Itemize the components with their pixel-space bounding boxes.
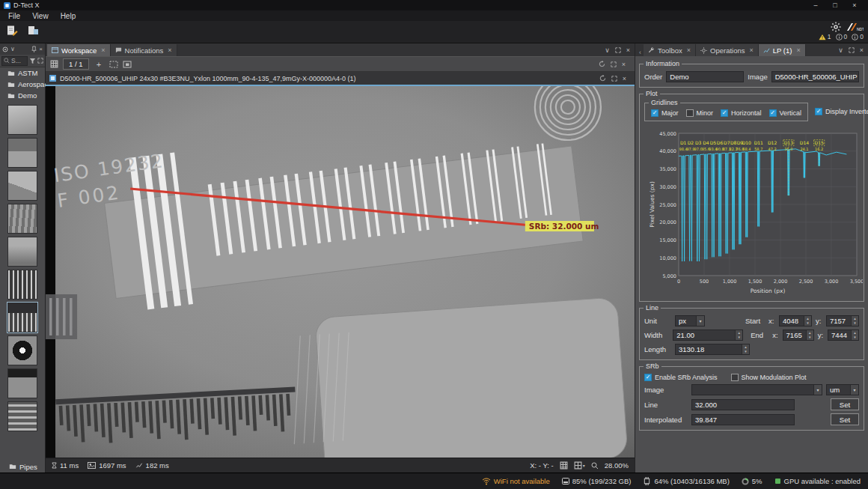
- radiograph-viewport[interactable]: ISO 19232 F 002: [46, 86, 635, 458]
- pin-icon[interactable]: [31, 46, 37, 52]
- thumbnail[interactable]: [7, 204, 37, 234]
- refresh-icon[interactable]: [599, 75, 606, 82]
- panel-close-icon[interactable]: ×: [39, 46, 43, 52]
- add-view-button[interactable]: +: [94, 58, 105, 70]
- image-field[interactable]: D5000-HR_500006_UHIP 24x30 #B3E3NU_Yxlon…: [771, 71, 859, 82]
- disk-status: 85% (199/232 GB): [562, 477, 632, 485]
- folder-label: Demo: [18, 91, 37, 100]
- layout-grid-icon[interactable]: [50, 60, 58, 68]
- tab-close-icon[interactable]: ×: [623, 75, 626, 82]
- srb-interpolated-set-button[interactable]: Set: [831, 413, 859, 425]
- srb-image-dropdown[interactable]: ▾: [691, 384, 822, 395]
- thumbnail[interactable]: [7, 401, 37, 431]
- thumbnail[interactable]: [7, 368, 37, 398]
- svg-text:D13: D13: [784, 140, 793, 145]
- panel-close-icon[interactable]: ×: [622, 61, 626, 68]
- start-y-input[interactable]: 7157: [826, 315, 859, 326]
- minimize-button[interactable]: –: [806, 0, 825, 10]
- grid-overlay-icon[interactable]: [560, 461, 568, 470]
- checkbox-enable-srb[interactable]: Enable SRb Analysis: [644, 374, 718, 381]
- svg-text:2,500: 2,500: [799, 279, 813, 285]
- warning-indicator[interactable]: 1: [819, 33, 831, 40]
- svg-text:500: 500: [700, 279, 709, 285]
- checkbox-show-modulation[interactable]: Show Modulation Plot: [731, 374, 807, 381]
- selection-rect-icon[interactable]: [109, 61, 118, 68]
- maximize-panel-icon[interactable]: [849, 47, 855, 53]
- start-x-label: x:: [768, 317, 775, 325]
- search-input[interactable]: S...: [1, 56, 28, 66]
- checkbox-horizontal[interactable]: Horizontal: [721, 109, 762, 117]
- svg-text:1,000: 1,000: [723, 279, 737, 285]
- checkbox-major[interactable]: Major: [651, 109, 679, 117]
- tab-notifications[interactable]: Notifications ×: [111, 44, 177, 56]
- panel-close-icon[interactable]: ×: [626, 46, 630, 54]
- expand-icon[interactable]: [37, 58, 43, 64]
- tab-close-icon[interactable]: ×: [168, 46, 171, 54]
- thumbnail[interactable]: [7, 171, 37, 201]
- tab-close-icon[interactable]: ×: [796, 46, 800, 54]
- sidebar-folder[interactable]: Aerospace: [0, 79, 45, 90]
- checkbox-minor[interactable]: Minor: [686, 109, 714, 117]
- chevron-down-icon[interactable]: ∨: [10, 46, 15, 52]
- panel-close-icon[interactable]: ×: [860, 46, 864, 54]
- edit-report-icon[interactable]: [6, 25, 18, 37]
- thumbnail[interactable]: [7, 303, 37, 332]
- zoom-level[interactable]: 28.00%: [605, 461, 629, 470]
- sidebar-folder[interactable]: ASTM: [0, 67, 45, 79]
- maximize-panel-icon[interactable]: [611, 61, 617, 67]
- thumbnail[interactable]: [7, 105, 37, 135]
- thumbnail[interactable]: [7, 237, 37, 267]
- tab-toolbox[interactable]: Toolbox ×: [644, 44, 696, 56]
- scroll-left-icon[interactable]: ‹: [637, 49, 644, 56]
- start-x-input[interactable]: 4048: [779, 315, 812, 326]
- group-title: Plot: [644, 90, 660, 97]
- sidebar-folder[interactable]: Demo: [0, 90, 45, 101]
- tab-operations[interactable]: Operations ×: [696, 44, 759, 56]
- unit-dropdown[interactable]: px▾: [675, 315, 705, 326]
- settings-gear-icon[interactable]: [831, 22, 841, 32]
- checkbox-display-inverted[interactable]: Display Inverted Values: [815, 101, 868, 121]
- tab-lp[interactable]: LP (1) ×: [759, 44, 806, 56]
- maximize-panel-icon[interactable]: [615, 47, 621, 53]
- export-image-icon[interactable]: [27, 25, 39, 37]
- tab-close-icon[interactable]: ×: [101, 46, 105, 54]
- svg-text:D4: D4: [703, 140, 709, 145]
- sidebar-item-pipes[interactable]: Pipes: [0, 461, 45, 473]
- srb-line-value[interactable]: 32.000: [691, 399, 795, 410]
- target-icon[interactable]: [2, 46, 8, 52]
- tab-workspace[interactable]: Workspace ×: [47, 44, 111, 56]
- tab-close-icon[interactable]: ×: [687, 46, 691, 54]
- message-indicator[interactable]: 0: [852, 33, 864, 40]
- tab-close-icon[interactable]: ×: [750, 46, 754, 54]
- thumbnail[interactable]: [7, 270, 37, 300]
- filter-funnel-icon[interactable]: [29, 58, 36, 64]
- srb-line-set-button[interactable]: Set: [831, 398, 859, 410]
- width-input[interactable]: 21.00: [673, 329, 743, 341]
- menu-help[interactable]: Help: [55, 12, 82, 20]
- refresh-icon[interactable]: [599, 61, 605, 67]
- maximize-button[interactable]: □: [825, 0, 845, 10]
- end-y-input[interactable]: 7444: [828, 329, 859, 341]
- srb-interpolated-value[interactable]: 39.847: [691, 414, 795, 425]
- menu-file[interactable]: File: [2, 12, 26, 20]
- chevron-down-icon[interactable]: ∨: [838, 46, 843, 54]
- svg-text:D6: D6: [717, 140, 724, 145]
- end-x-input[interactable]: 7165: [783, 329, 814, 341]
- checkbox-vertical[interactable]: Vertical: [769, 109, 802, 117]
- image-tab-title[interactable]: D5000-HR_500006_UHIP 24x30 #B3E3NU_Yxlon…: [60, 75, 356, 82]
- thumbnail[interactable]: [7, 138, 37, 168]
- error-indicator[interactable]: 0: [836, 33, 848, 40]
- chevron-down-icon[interactable]: ∨: [605, 46, 610, 54]
- maximize-panel-icon[interactable]: [611, 76, 617, 82]
- close-button[interactable]: ×: [845, 0, 864, 10]
- caret-down-icon[interactable]: ▾: [583, 463, 585, 468]
- menu-view[interactable]: View: [26, 12, 55, 20]
- order-field[interactable]: Demo: [666, 71, 744, 82]
- line-profile-chart[interactable]: 05001,0001,5002,0002,5003,0003,50045,000…: [646, 127, 863, 297]
- thumbnail[interactable]: [7, 335, 37, 365]
- length-input[interactable]: 3130.18: [675, 344, 750, 355]
- zoom-icon[interactable]: [591, 462, 599, 470]
- crop-icon[interactable]: [123, 61, 132, 68]
- srb-unit-dropdown[interactable]: um▾: [826, 384, 859, 395]
- grid-options-icon[interactable]: [574, 461, 582, 470]
